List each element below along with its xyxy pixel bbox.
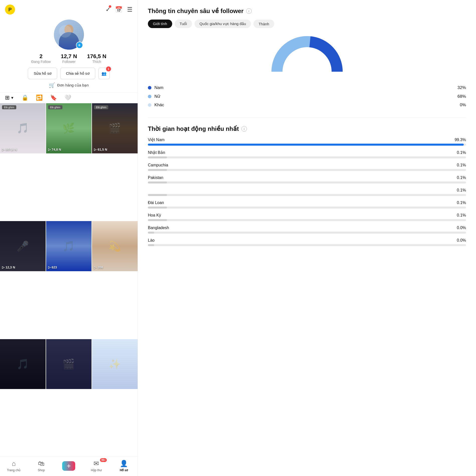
profile-icon: 👤 xyxy=(120,460,128,467)
left-panel: P ✓ 📅 ☰ + 2 Đang Follow xyxy=(0,0,138,476)
edit-profile-button[interactable]: Sửa hồ sơ xyxy=(28,68,57,79)
bar-item-campuchia: Campuchia 0.1% xyxy=(148,163,466,171)
bar-item-dailoan: Đài Loan 0.1% xyxy=(148,201,466,209)
video-thumb-8[interactable]: 🎬 xyxy=(46,339,92,389)
home-icon: ⌂ xyxy=(12,460,16,467)
nav-plus[interactable]: + xyxy=(61,461,76,471)
tab-bookmark[interactable]: 🔖 xyxy=(50,94,57,101)
view-count-5: ▷623 xyxy=(48,265,57,269)
country-pakistan: Pakistan xyxy=(148,175,163,180)
filter-tab-gender[interactable]: Giới tính xyxy=(148,20,172,28)
checkmark-wrap: ✓ xyxy=(106,6,111,13)
legend-label-nam: Nam xyxy=(154,85,163,90)
video-thumb-9[interactable]: ✨ xyxy=(92,339,138,389)
view-count-6: ▷208 xyxy=(94,265,103,269)
country-hoaky: Hoa Kỳ xyxy=(148,213,161,218)
legend-dot-khac xyxy=(148,103,151,107)
tab-heart[interactable]: 🤍 xyxy=(64,94,71,101)
view-count-2: ▷74,8 N xyxy=(48,148,61,151)
bar-header-bangladesh: Bangladesh 0.0% xyxy=(148,226,466,230)
percent-bangladesh: 0.0% xyxy=(457,226,466,230)
video-grid: 🎵 Đã ghim ▷807,8 N 🌿 Đã ghim ▷74,8 N 🎬 Đ… xyxy=(0,103,138,456)
percent-pakistan: 0.1% xyxy=(457,175,466,180)
percent-vietnam: 99.3% xyxy=(455,138,466,142)
top-bar-left: P xyxy=(5,5,15,15)
video-thumb-6[interactable]: 💫 ▷208 xyxy=(92,221,138,271)
bar-fill-campuchia xyxy=(148,169,167,171)
video-thumb-1[interactable]: 🎵 Đã ghim ▷807,8 N xyxy=(0,103,46,153)
calendar-icon[interactable]: 📅 xyxy=(115,6,123,13)
bar-header-campuchia: Campuchia 0.1% xyxy=(148,163,466,167)
view-count-3: ▷61,5 N xyxy=(94,148,107,151)
stat-following: 2 Đang Follow xyxy=(31,53,51,64)
bar-track-bangladesh xyxy=(148,232,466,234)
bar-fill-nhatban xyxy=(148,156,167,158)
bar-track-campuchia xyxy=(148,169,466,171)
filter-tab-more[interactable]: Thành xyxy=(253,20,274,28)
invite-button[interactable]: 👥 1 xyxy=(98,68,110,79)
follower-value: 12,7 N xyxy=(61,53,77,60)
bar-track-empty xyxy=(148,194,466,196)
bar-track-pakistan xyxy=(148,181,466,183)
cart-icon: 🛒 xyxy=(49,82,55,88)
follower-section-title: Thông tin chuyên sâu về follower i xyxy=(148,8,466,15)
nav-shop[interactable]: 🛍 Shop xyxy=(34,460,49,472)
legend-dot-nu xyxy=(148,95,151,98)
stat-follower: 12,7 N Follower xyxy=(61,53,77,64)
activity-info-icon[interactable]: i xyxy=(241,126,247,132)
avatar-wrap: + xyxy=(54,20,84,50)
bar-header-lao: Lào 0.0% xyxy=(148,238,466,243)
legend-dot-nam xyxy=(148,86,151,89)
follower-info-icon[interactable]: i xyxy=(246,8,252,14)
top-bar: P ✓ 📅 ☰ xyxy=(0,0,138,17)
video-thumb-3[interactable]: 🎬 Đã ghim ▷61,5 N xyxy=(92,103,138,153)
bar-header-dailoan: Đài Loan 0.1% xyxy=(148,201,466,205)
stat-likes: 176,5 N Thích xyxy=(87,53,106,64)
bar-fill-vietnam xyxy=(148,144,464,146)
share-profile-button[interactable]: Chia sẻ hồ sơ xyxy=(60,68,95,79)
tab-grid-dropdown[interactable]: ⊞ ▼ xyxy=(5,94,14,101)
stats-row: 2 Đang Follow 12,7 N Follower 176,5 N Th… xyxy=(31,53,107,64)
bar-track-nhatban xyxy=(148,156,466,158)
menu-icon[interactable]: ☰ xyxy=(127,6,133,13)
section-divider xyxy=(148,118,466,118)
following-value: 2 xyxy=(39,53,42,60)
filter-tab-country[interactable]: Quốc gia/khu vực hàng đầu xyxy=(195,20,251,28)
nav-ho-so[interactable]: 👤 Hồ sơ xyxy=(116,460,131,472)
premium-badge: P xyxy=(5,5,15,15)
tab-lock[interactable]: 🔒 xyxy=(22,94,28,101)
video-thumb-4[interactable]: 🎤 ▷12,3 N xyxy=(0,221,46,271)
plus-button[interactable]: + xyxy=(62,461,75,471)
percent-lao: 0.0% xyxy=(457,238,466,243)
order-label: Đơn hàng của bạn xyxy=(57,83,89,87)
notification-dot xyxy=(109,5,111,8)
follower-label: Follower xyxy=(62,60,75,64)
bar-item-lao: Lào 0.0% xyxy=(148,238,466,246)
video-thumb-2[interactable]: 🌿 Đã ghim ▷74,8 N xyxy=(46,103,92,153)
bar-header-vietnam: Việt Nam 99.3% xyxy=(148,137,466,142)
country-lao: Lào xyxy=(148,238,155,243)
nav-trang-chu[interactable]: ⌂ Trang chủ xyxy=(6,460,21,472)
inbox-badge: 99+ xyxy=(100,458,107,462)
nav-hop-thu[interactable]: ✉ 99+ Hộp thư xyxy=(89,460,104,472)
bar-header-pakistan: Pakistan 0.1% xyxy=(148,175,466,180)
legend-nam-left: Nam xyxy=(148,85,163,90)
video-thumb-7[interactable]: 🎵 xyxy=(0,339,46,389)
legend-nu-left: Nữ xyxy=(148,94,160,99)
bar-header-nhatban: Nhật Bản 0.1% xyxy=(148,150,466,155)
likes-label: Thích xyxy=(92,60,101,64)
tabs-row: ⊞ ▼ 🔒 🔁 🔖 🤍 xyxy=(0,92,138,103)
country-vietnam: Việt Nam xyxy=(148,137,165,142)
tab-repost[interactable]: 🔁 xyxy=(36,94,43,101)
order-row[interactable]: 🛒 Đơn hàng của bạn xyxy=(49,82,89,88)
bar-fill-pakistan xyxy=(148,181,167,183)
legend-nam: Nam 32% xyxy=(148,85,466,90)
bottom-nav: ⌂ Trang chủ 🛍 Shop + ✉ 99+ Hộp thư 👤 Hồ … xyxy=(0,456,138,476)
filter-tab-age[interactable]: Tuổi xyxy=(175,20,192,28)
pinned-badge-3: Đã ghim xyxy=(94,105,108,109)
avatar-plus-button[interactable]: + xyxy=(76,42,83,49)
pinned-badge-2: Đã ghim xyxy=(48,105,62,109)
bar-item-hoaky: Hoa Kỳ 0.1% xyxy=(148,213,466,221)
video-thumb-5[interactable]: 🎵 ▷623 xyxy=(46,221,92,271)
bar-header-empty: 0.1% xyxy=(148,188,466,193)
